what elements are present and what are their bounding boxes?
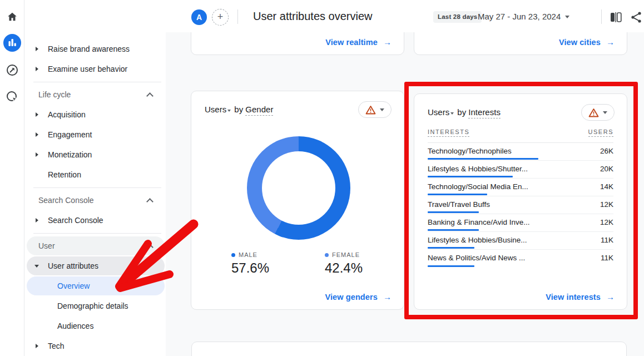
sidebar-item-label: Search Console: [48, 216, 103, 225]
sidebar-item-search-console[interactable]: Search Console: [24, 210, 166, 230]
expand-arrow-icon[interactable]: [36, 218, 38, 222]
date-range-selector[interactable]: May 27 - Jun 23, 2024: [478, 12, 561, 21]
view-interests-link[interactable]: View interests→: [546, 292, 615, 301]
sidebar-item-acquisition[interactable]: Acquisition: [24, 105, 166, 125]
interest-bar: [428, 158, 538, 160]
sidebar-item-label: Retention: [48, 170, 81, 179]
arrow-right-icon: →: [383, 292, 392, 301]
compare-icon[interactable]: [608, 10, 623, 24]
chevron-down-icon: [227, 110, 231, 112]
sidebar-section-user[interactable]: User: [24, 236, 166, 256]
sidebar-item-examine-user-behavior[interactable]: Examine user behavior: [24, 59, 166, 79]
male-label: MALE: [239, 251, 257, 258]
female-legend-dot: [325, 253, 329, 257]
interest-row[interactable]: Technology/Social Media En... 14K: [428, 179, 613, 196]
page-title: User attributes overview: [253, 10, 373, 23]
sidebar-item-tech[interactable]: Tech: [24, 336, 166, 356]
interests-table: INTERESTS USERS Technology/Technophiles …: [428, 128, 613, 268]
collapse-chevron-icon[interactable]: [146, 92, 153, 100]
expand-arrow-icon[interactable]: [36, 112, 38, 117]
explore-icon: [6, 63, 19, 77]
interest-bar: [428, 247, 474, 249]
sidebar-item-user-attributes[interactable]: User attributes: [24, 256, 166, 276]
interest-label: Travel/Travel Buffs: [428, 200, 490, 209]
gender-card-title: Users by Gender: [205, 105, 273, 114]
advertising-nav-button[interactable]: [0, 85, 24, 109]
collapse-arrow-icon[interactable]: [34, 265, 39, 268]
expand-arrow-icon[interactable]: [36, 67, 38, 71]
view-cities-label: View cities: [559, 38, 601, 47]
sidebar-item-monetization[interactable]: Monetization: [24, 145, 166, 165]
interest-row[interactable]: Technology/Technophiles 26K: [428, 143, 613, 161]
interest-bar: [428, 211, 479, 213]
expand-arrow-icon[interactable]: [36, 132, 38, 137]
view-cities-link[interactable]: View cities→: [559, 37, 615, 47]
data-quality-button[interactable]: [358, 101, 392, 118]
reports-icon: [3, 34, 21, 52]
sidebar-section-search-console[interactable]: Search Console: [24, 190, 166, 210]
sidebar-item-label: Examine user behavior: [48, 65, 127, 73]
expand-arrow-icon[interactable]: [36, 47, 38, 51]
sidebar-section-life-cycle[interactable]: Life cycle: [24, 85, 166, 105]
interest-row[interactable]: Travel/Travel Buffs 12K: [428, 196, 613, 214]
sidebar-item-overview[interactable]: Overview: [24, 276, 166, 296]
property-avatar[interactable]: A: [191, 9, 207, 25]
column-interests[interactable]: INTERESTS: [428, 128, 469, 137]
selected-highlight: [27, 276, 165, 295]
sidebar-item-label: Audiences: [57, 322, 93, 330]
home-nav-button[interactable]: [0, 4, 24, 29]
expand-arrow-icon[interactable]: [36, 344, 38, 348]
chevron-down-icon: [380, 108, 384, 111]
add-comparison-button[interactable]: +: [212, 9, 229, 26]
sidebar-item-label: Overview: [57, 281, 90, 290]
warning-icon: [588, 108, 599, 117]
interest-label: Banking & Finance/Avid Inve...: [428, 218, 530, 226]
dimension-selector[interactable]: Gender: [245, 105, 273, 116]
reports-sidebar: Generate leads Drive online sales Raise …: [24, 0, 166, 356]
metric-selector[interactable]: Users: [205, 105, 226, 114]
interest-row[interactable]: News & Politics/Avid News ... 11K: [428, 250, 613, 268]
share-icon[interactable]: [629, 10, 643, 24]
interest-value: 20K: [600, 165, 613, 173]
date-preset-badge: Last 28 days: [433, 11, 482, 23]
section-title: Search Console: [38, 196, 94, 205]
sidebar-item-retention[interactable]: Retention: [24, 165, 166, 185]
reports-nav-button[interactable]: [0, 31, 24, 55]
title-by: by: [457, 107, 466, 117]
legend-female: FEMALE 42.4%: [325, 251, 363, 276]
gender-donut-chart[interactable]: [247, 136, 350, 240]
explore-nav-button[interactable]: [0, 58, 24, 82]
female-label: FEMALE: [332, 251, 360, 258]
collapse-chevron-icon[interactable]: [146, 198, 153, 205]
sidebar-item-audiences[interactable]: Audiences: [24, 316, 166, 336]
interest-row[interactable]: Banking & Finance/Avid Inve... 12K: [428, 214, 613, 232]
home-icon: [6, 11, 18, 23]
interest-value: 11K: [601, 236, 613, 244]
interest-value: 14K: [600, 182, 613, 191]
dimension-selector[interactable]: Interests: [468, 107, 501, 118]
view-realtime-link[interactable]: View realtime→: [325, 37, 392, 47]
interest-label: Lifestyles & Hobbies/Busine...: [428, 236, 527, 244]
legend-male: MALE 57.6%: [231, 251, 269, 276]
divider: [237, 9, 238, 24]
sidebar-item-engagement[interactable]: Engagement: [24, 125, 166, 145]
male-value: 57.6%: [231, 260, 269, 276]
interest-value: 12K: [600, 200, 613, 209]
metric-selector[interactable]: Users: [428, 107, 449, 117]
users-by-interests-card: Users by Interests INTERESTS USERS Techn…: [414, 93, 627, 310]
interest-row[interactable]: Lifestyles & Hobbies/Shutter... 20K: [428, 161, 613, 179]
interest-row[interactable]: Lifestyles & Hobbies/Busine... 11K: [428, 232, 613, 250]
arrow-right-icon: →: [383, 37, 392, 47]
sidebar-item-raise-brand-awareness[interactable]: Raise brand awareness: [24, 39, 166, 59]
column-users[interactable]: USERS: [588, 128, 613, 137]
advertising-icon: [6, 90, 19, 103]
data-quality-button[interactable]: [581, 104, 615, 121]
expand-arrow-icon[interactable]: [36, 152, 38, 157]
section-title: User: [38, 241, 55, 250]
chevron-down-icon[interactable]: [565, 16, 569, 18]
sidebar-item-label: Acquisition: [48, 110, 86, 119]
sidebar-divider: [24, 185, 166, 190]
view-genders-link[interactable]: View genders→: [325, 292, 392, 301]
users-by-gender-card: Users by Gender MALE 57.6% FEMALE 42.4% …: [191, 91, 404, 310]
sidebar-item-demographic-details[interactable]: Demographic details: [24, 296, 166, 316]
